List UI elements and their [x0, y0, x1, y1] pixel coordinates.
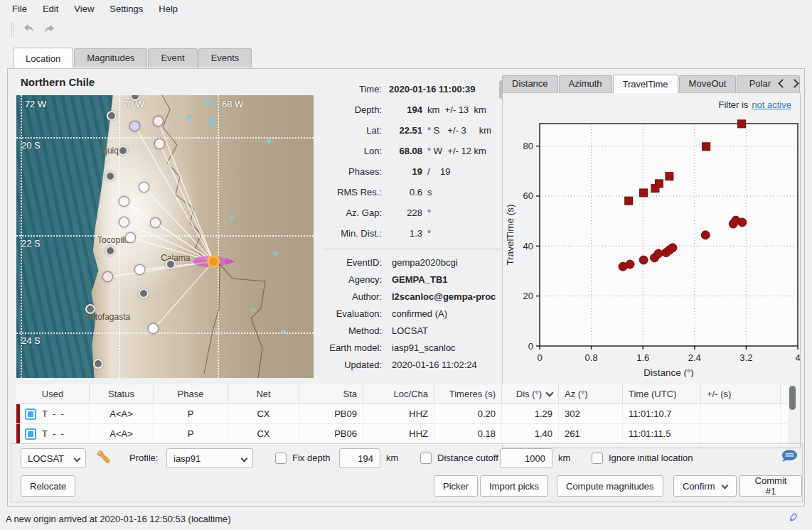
details-separator	[322, 249, 507, 249]
country-border	[204, 264, 220, 374]
plot-tab-distance[interactable]: Distance	[502, 75, 558, 92]
column-header-label: Status	[108, 389, 134, 399]
station-marker[interactable]	[125, 232, 136, 243]
station-marker[interactable]	[154, 139, 165, 149]
profile-select[interactable]: iasp91	[166, 448, 253, 468]
station-marker[interactable]	[118, 146, 128, 156]
tab-location[interactable]: Location	[13, 48, 73, 68]
origin-info-label: Agency:	[321, 274, 387, 285]
undo-button[interactable]	[19, 21, 39, 39]
locator-select[interactable]: LOCSAT	[21, 448, 86, 468]
column-header-phase[interactable]: Phase	[154, 384, 228, 404]
x-axis-label: Distance (°)	[643, 367, 694, 377]
station-marker[interactable]	[134, 264, 145, 275]
table-row[interactable]: T - -A<A>PCXPB06HHZ0.181.4026111:01:11.5	[16, 424, 797, 444]
chevron-down-icon	[241, 455, 248, 463]
redo-button[interactable]	[39, 21, 59, 39]
origin-info-label: Evaluation:	[321, 308, 387, 319]
country-border	[162, 95, 220, 264]
cutoff-unit-label: km	[558, 448, 570, 468]
station-marker[interactable]	[85, 304, 95, 314]
fix-depth-checkbox[interactable]	[275, 453, 287, 464]
data-point-square	[640, 189, 648, 197]
station-marker[interactable]	[107, 111, 117, 121]
column-header-time-utc-[interactable]: Time (UTC)	[623, 384, 701, 404]
cell-timeres-s-: 0.20	[434, 404, 502, 423]
station-marker[interactable]	[105, 246, 115, 256]
scroll-tabs-right-button[interactable]	[792, 77, 799, 90]
origin-info-value: l2scanloc@gempa-proc	[387, 291, 496, 302]
column-header-timeres-s-[interactable]: Timeres (s)	[434, 384, 502, 404]
compute-magnitudes-button[interactable]: Compute magnitudes	[557, 475, 663, 497]
comment-button[interactable]	[779, 448, 799, 467]
table-scrollbar-handle[interactable]	[789, 386, 796, 410]
origin-info-row: Method:LOCSAT	[321, 322, 507, 339]
depth-input[interactable]	[339, 448, 380, 468]
region-map[interactable]: 72 W70 W68 W20 S22 S24 SIquiqueTocopilla…	[16, 95, 314, 378]
column-header-sta[interactable]: Sta	[299, 384, 363, 404]
distance-cutoff-checkbox[interactable]	[420, 453, 432, 464]
table-scrollbar[interactable]	[788, 384, 797, 445]
column-header-status[interactable]: Status	[90, 384, 154, 404]
filter-toggle-link[interactable]: not active	[752, 99, 791, 110]
plot-tab-moveout[interactable]: MoveOut	[679, 75, 737, 92]
cutoff-input[interactable]	[500, 448, 552, 468]
plot-tab-traveltime[interactable]: TravelTime	[613, 75, 678, 93]
cell-value: PB06	[334, 428, 357, 439]
residual-color-bar	[16, 404, 20, 423]
cell-phase: P	[154, 424, 228, 443]
x-tick-label: 2.4	[688, 352, 701, 363]
tab-events[interactable]: Events	[198, 48, 252, 67]
origin-detail-extra: km +/- 13 km	[422, 104, 486, 115]
traveltime-chart[interactable]: 00.81.62.43.24020406080Distance (°)Trave…	[504, 116, 800, 377]
menu-file[interactable]: File	[4, 1, 35, 16]
menu-view[interactable]: View	[66, 1, 102, 16]
origin-detail-label: Phases:	[321, 166, 387, 177]
station-marker[interactable]	[150, 217, 161, 228]
used-flags: T - -	[42, 428, 64, 439]
station-marker[interactable]	[153, 116, 164, 126]
column-header-az-[interactable]: Az (°)	[559, 384, 623, 404]
ignore-initial-location-checkbox[interactable]	[592, 453, 603, 464]
column-header-loc-cha[interactable]: Loc/Cha	[363, 384, 434, 404]
used-checkbox[interactable]	[25, 428, 36, 440]
relocate-button[interactable]: Relocate	[21, 475, 75, 497]
menu-edit[interactable]: Edit	[35, 1, 66, 16]
commit-button[interactable]: Commit #1	[739, 475, 802, 497]
station-marker[interactable]	[105, 171, 115, 181]
profile-select-value: iasp91	[173, 453, 201, 464]
cell-value: P	[188, 409, 194, 419]
filter-status-text: Filter is	[718, 99, 748, 110]
origin-detail-value: 228	[387, 207, 422, 218]
x-tick-label: 1.6	[636, 352, 649, 363]
location-panel: Northern Chile 72 W70 W68 W20 S22 S24 SI…	[7, 68, 805, 507]
origin-info-row: Updated:2020-01-16 11:02:24	[321, 356, 507, 373]
table-row[interactable]: T - -A<A>PCXPB09HHZ0.201.2930211:01:10.7	[16, 404, 797, 424]
origin-info-row: Earth model:iasp91_scanloc	[321, 339, 507, 356]
tab-event[interactable]: Event	[148, 48, 197, 67]
column-header-label: Used	[42, 389, 63, 399]
edit-comment-icon[interactable]	[786, 512, 806, 526]
origin-detail-label: Lon:	[321, 146, 387, 156]
cell-value: A<A>	[109, 409, 133, 419]
column-header-net[interactable]: Net	[228, 384, 299, 404]
epicenter-marker[interactable]	[208, 256, 219, 267]
column-header-used[interactable]: Used	[16, 384, 90, 404]
toolbar-handle[interactable]	[11, 22, 14, 38]
confirm-button[interactable]: Confirm	[673, 475, 737, 497]
import-picks-button[interactable]: Import picks	[480, 475, 548, 497]
used-checkbox[interactable]	[25, 409, 36, 420]
menu-settings[interactable]: Settings	[102, 1, 151, 16]
column-header--s-[interactable]: +/- (s)	[701, 384, 781, 404]
station-marker[interactable]	[102, 271, 113, 282]
column-header-dis-[interactable]: Dis (°)	[502, 384, 559, 404]
station-marker[interactable]	[93, 359, 103, 369]
menu-help[interactable]: Help	[151, 1, 186, 16]
column-header-label: Time (UTC)	[629, 389, 676, 399]
wrench-icon	[97, 450, 112, 467]
tab-magnitudes[interactable]: Magnitudes	[74, 48, 147, 67]
plot-tab-azimuth[interactable]: Azimuth	[559, 75, 612, 92]
picker-button[interactable]: Picker	[434, 475, 478, 497]
locator-settings-button[interactable]	[94, 448, 114, 468]
scroll-tabs-left-button[interactable]	[778, 77, 785, 90]
